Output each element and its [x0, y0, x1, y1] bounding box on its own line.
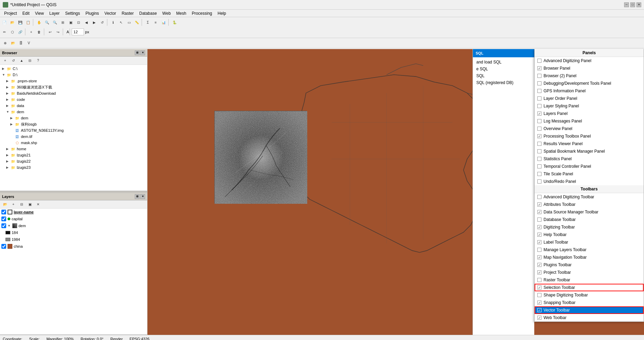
check-tb-advanced[interactable]	[537, 195, 541, 199]
menu-view[interactable]: View	[32, 10, 47, 16]
tree-item[interactable]: ▶ 📁 home	[1, 146, 146, 152]
layer-filter-btn[interactable]: ⊟	[18, 201, 25, 208]
tree-item[interactable]: ▶ 📁 360极速浏览器X下载	[1, 84, 146, 90]
panel-statistics[interactable]: Statistics Panel	[535, 155, 644, 163]
panel-debugging[interactable]: Debugging/Development Tools Panel	[535, 80, 644, 87]
zoom-next-btn[interactable]: ▶	[91, 19, 98, 26]
sql-tab-header[interactable]: SQL	[473, 49, 534, 57]
tree-item[interactable]: ▶ 📁 dem	[1, 115, 146, 121]
layer-checkbox[interactable]	[1, 210, 6, 214]
menu-raster[interactable]: Raster	[119, 10, 136, 16]
layer-item[interactable]: china	[0, 243, 147, 250]
browser-tree[interactable]: ▶ 📁 C:\ ▼ 📁 D:\ ▶ 📁 .pnpm-store ▶	[0, 65, 147, 191]
toolbar-plugins[interactable]: Plugins Toolbar	[535, 261, 644, 269]
open2-btn[interactable]: 📂	[9, 39, 17, 47]
toolbar-raster[interactable]: Raster Toolbar	[535, 276, 644, 284]
menu-vector[interactable]: Vector	[102, 10, 119, 16]
sql-item[interactable]: e SQL	[474, 66, 533, 72]
menu-layer[interactable]: Layer	[47, 10, 62, 16]
snap-btn[interactable]: 🔗	[16, 28, 24, 36]
panel-log[interactable]: Log Messages Panel	[535, 117, 644, 125]
toolbar-advanced-digitizing[interactable]: Advanced Digitizing Toolbar	[535, 193, 644, 201]
toolbar-help[interactable]: Help Toolbar	[535, 231, 644, 238]
tree-item[interactable]: ▶ 📁 data	[1, 103, 146, 109]
browser-panel-float-btn[interactable]: ⊞	[135, 50, 140, 55]
check-debugging[interactable]	[537, 81, 541, 85]
layer-remove-btn[interactable]: ✕	[34, 201, 42, 208]
check-results[interactable]	[537, 142, 541, 146]
check-tb-snapping[interactable]	[537, 301, 541, 305]
check-layers[interactable]	[537, 112, 541, 116]
menu-database[interactable]: Database	[136, 10, 159, 16]
browser-panel-close-btn[interactable]: ✕	[140, 50, 145, 55]
layer-checkbox[interactable]	[1, 244, 6, 249]
save-btn[interactable]: 💾	[16, 19, 24, 26]
tree-item[interactable]: ▶ 📁 lzugis23	[1, 164, 146, 171]
toolbar-selection[interactable]: Selection Toolbar	[535, 284, 644, 291]
check-browser2[interactable]	[537, 74, 541, 78]
zoom-extent-btn[interactable]: ⊞	[59, 19, 67, 26]
check-tb-vector[interactable]: ✓	[537, 308, 541, 312]
tree-item[interactable]: ▶ 📁 lzugis21	[1, 152, 146, 158]
tree-item[interactable]: ▶ 📁 BaiduNetdiskDownload	[1, 90, 146, 96]
layer-add-btn[interactable]: +	[10, 201, 17, 208]
check-tb-raster[interactable]	[537, 278, 541, 282]
open-btn[interactable]: 📂	[9, 19, 16, 26]
del-btn[interactable]: 🗑	[35, 28, 43, 36]
menu-help[interactable]: Help	[215, 10, 229, 16]
browser-refresh-btn[interactable]: ↺	[10, 57, 17, 65]
maximize-button[interactable]: □	[630, 2, 635, 7]
check-tb-digitizing[interactable]	[537, 225, 541, 229]
panel-layers[interactable]: Layers Panel	[535, 110, 644, 117]
tree-item[interactable]: ▶ 🖼 dem.tif	[1, 133, 146, 140]
check-tb-attributes[interactable]	[537, 202, 541, 207]
check-tb-help[interactable]	[537, 233, 541, 237]
check-temporal[interactable]	[537, 164, 541, 168]
check-layer-order[interactable]	[537, 96, 541, 101]
close-button[interactable]: ✕	[636, 2, 641, 7]
check-processing[interactable]	[537, 134, 541, 138]
check-tb-shape-dig[interactable]	[537, 293, 541, 297]
gps-btn[interactable]: ⊕	[1, 39, 9, 47]
tree-item[interactable]: ▶ ⬠ mask.shp	[1, 140, 146, 146]
tree-item[interactable]: ▼ 📁 D:\	[1, 72, 146, 78]
toolbar-project[interactable]: Project Toolbar	[535, 269, 644, 276]
datasrc-btn[interactable]: 🗄	[17, 39, 25, 47]
edit-btn[interactable]: ✏	[1, 28, 8, 36]
panel-advanced-digitizing[interactable]: Advanced Digitizing Panel	[535, 57, 644, 65]
panel-layer-order[interactable]: Layer Order Panel	[535, 95, 644, 102]
tree-item[interactable]: ▼ 📁 dem	[1, 109, 146, 115]
new-project-btn[interactable]: 📄	[1, 19, 8, 26]
save-as-btn[interactable]: 📋	[24, 19, 32, 26]
panel-temporal[interactable]: Temporal Controller Panel	[535, 163, 644, 170]
check-tb-plugins[interactable]	[537, 263, 541, 267]
browser-collapse-btn[interactable]: ▲	[18, 57, 25, 65]
digitize-btn[interactable]: +	[27, 28, 35, 36]
browser-add-btn[interactable]: +	[1, 57, 9, 65]
minimize-button[interactable]: ─	[624, 2, 629, 7]
check-layer-styling[interactable]	[537, 104, 541, 108]
check-tb-manage-layers[interactable]	[537, 248, 541, 252]
check-undo-redo[interactable]	[537, 179, 541, 184]
check-tile-scale[interactable]	[537, 172, 541, 176]
layer-item[interactable]: layer-name	[0, 209, 147, 215]
zoom-selected-btn[interactable]: ⊡	[75, 19, 82, 26]
tree-item[interactable]: ▶ 📁 .pnpm-store	[1, 78, 146, 84]
menu-processing[interactable]: Processing	[189, 10, 215, 16]
panel-processing[interactable]: Processing Toolbox Panel	[535, 132, 644, 140]
tree-item[interactable]: ▶ 📁 C:\	[1, 66, 146, 72]
check-statistics[interactable]	[537, 157, 541, 161]
layer-item[interactable]: capital	[0, 215, 147, 222]
toolbar-snapping[interactable]: Snapping Toolbar	[535, 299, 644, 306]
refresh-btn[interactable]: ↺	[98, 19, 106, 26]
undo-btn[interactable]: ↩	[46, 28, 54, 36]
check-log[interactable]	[537, 119, 541, 123]
toolbar-map-navigation[interactable]: Map Navigation Toolbar	[535, 254, 644, 261]
check-overview[interactable]	[537, 127, 541, 131]
panel-browser2[interactable]: Browser (2) Panel	[535, 72, 644, 80]
zoom-layer-btn[interactable]: ▣	[67, 19, 74, 26]
menu-edit[interactable]: Edit	[20, 10, 32, 16]
toolbar-database[interactable]: Database Toolbar	[535, 216, 644, 223]
vector-btn[interactable]: V	[25, 39, 33, 47]
pan-btn[interactable]: ✋	[35, 19, 43, 26]
